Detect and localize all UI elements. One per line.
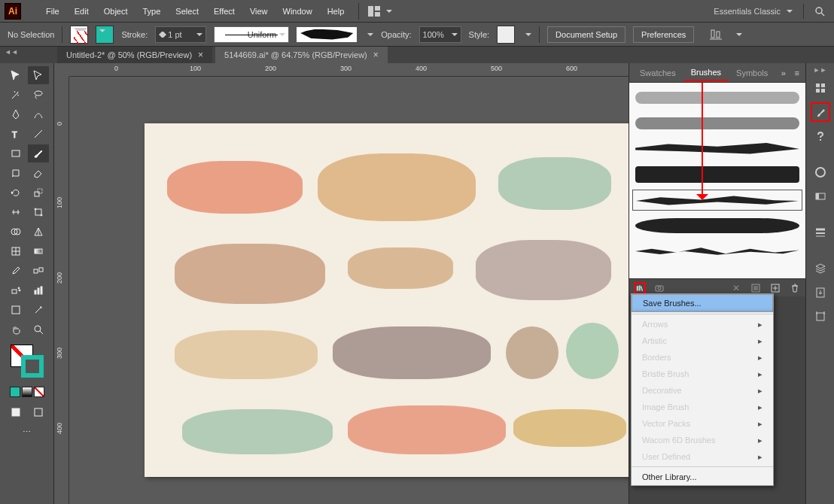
symbol-sprayer-tool[interactable] xyxy=(5,281,26,299)
blend-tool[interactable] xyxy=(28,262,49,280)
none-swatch[interactable] xyxy=(34,387,44,397)
panel-menu-icon[interactable]: ≡ xyxy=(792,68,802,77)
profile-dropdown[interactable]: Uniform xyxy=(214,26,289,43)
brush-stroke-art[interactable] xyxy=(566,323,619,379)
menu-arrows[interactable]: Arrows▸ xyxy=(632,316,773,332)
gradient-swatch[interactable] xyxy=(22,387,32,397)
paintbrush-tool[interactable] xyxy=(28,144,49,162)
align-icon[interactable] xyxy=(706,25,726,44)
canvas-area[interactable]: 0100200300400500600700 0100200300400 xyxy=(54,63,629,504)
menu-effect[interactable]: Effect xyxy=(207,4,242,19)
close-icon[interactable]: × xyxy=(373,50,379,60)
zoom-tool[interactable] xyxy=(28,320,49,339)
brush-stroke-art[interactable] xyxy=(182,409,333,454)
artboard-tool[interactable] xyxy=(5,301,26,319)
line-tool[interactable] xyxy=(28,125,49,143)
lasso-tool[interactable] xyxy=(28,86,49,104)
menu-decorative[interactable]: Decorative▸ xyxy=(632,382,773,399)
menu-object[interactable]: Object xyxy=(97,4,135,19)
screen-mode-toggle[interactable] xyxy=(28,403,49,421)
gradient-tool[interactable] xyxy=(28,242,49,260)
rotate-tool[interactable] xyxy=(5,184,26,202)
panel-collapse-icon[interactable]: ►► xyxy=(814,66,827,74)
preferences-button[interactable]: Preferences xyxy=(633,26,694,43)
stroke-swatch[interactable] xyxy=(96,26,114,44)
tab-symbols[interactable]: Symbols xyxy=(729,65,775,80)
panel-collapse-icon[interactable]: ◄◄ xyxy=(5,48,18,56)
direct-selection-tool[interactable] xyxy=(28,66,49,84)
brushes-panel-icon[interactable] xyxy=(811,102,830,122)
rectangle-tool[interactable] xyxy=(5,144,26,162)
stroke-weight-input[interactable]: 1 pt xyxy=(155,26,206,43)
tab-swatches[interactable]: Swatches xyxy=(632,65,683,80)
style-swatch[interactable] xyxy=(497,26,515,44)
free-transform-tool[interactable] xyxy=(28,203,49,221)
libraries-icon[interactable] xyxy=(653,282,665,294)
screen-mode-normal[interactable] xyxy=(5,403,26,421)
symbols-panel-icon[interactable] xyxy=(811,126,830,146)
menu-window[interactable]: Window xyxy=(276,4,319,19)
brush-libraries-icon[interactable] xyxy=(634,282,646,294)
panel-more-icon[interactable]: » xyxy=(778,68,789,77)
menu-view[interactable]: View xyxy=(243,4,275,19)
brush-item[interactable] xyxy=(632,164,802,185)
search-icon[interactable] xyxy=(810,2,829,21)
stroke-panel-icon[interactable] xyxy=(811,223,830,242)
menu-other-library[interactable]: Other Library... xyxy=(632,469,773,485)
menu-file[interactable]: File xyxy=(39,4,66,19)
tab-untitled[interactable]: Untitled-2* @ 50% (RGB/Preview)× xyxy=(57,47,212,63)
menu-borders[interactable]: Borders▸ xyxy=(632,349,773,366)
menu-bristle-brush[interactable]: Bristle Brush▸ xyxy=(632,366,773,382)
brush-preview[interactable] xyxy=(297,27,357,42)
brush-item-selected[interactable] xyxy=(632,190,802,211)
layers-panel-icon[interactable] xyxy=(811,259,830,278)
selection-tool[interactable] xyxy=(5,66,26,84)
menu-type[interactable]: Type xyxy=(136,4,168,19)
new-brush-icon[interactable] xyxy=(769,282,781,294)
menu-save-brushes[interactable]: Save Brushes... xyxy=(632,295,772,311)
graph-tool[interactable] xyxy=(28,281,49,299)
menu-edit[interactable]: Edit xyxy=(68,4,96,19)
eyedropper-tool[interactable] xyxy=(5,262,26,280)
brush-item[interactable] xyxy=(632,215,802,236)
brush-stroke-art[interactable] xyxy=(175,244,325,304)
workspace-switcher[interactable]: Essentials Classic xyxy=(709,4,797,19)
tab-active-doc[interactable]: 5144669.ai* @ 64.75% (RGB/Preview)× xyxy=(215,47,388,63)
layout-toggle[interactable] xyxy=(358,3,397,20)
options-icon[interactable] xyxy=(750,282,762,294)
brush-item[interactable] xyxy=(632,87,802,108)
brush-stroke-art[interactable] xyxy=(333,326,491,379)
document-setup-button[interactable]: Document Setup xyxy=(547,26,626,43)
eraser-tool[interactable] xyxy=(28,164,49,182)
magic-wand-tool[interactable] xyxy=(5,86,26,104)
close-icon[interactable]: × xyxy=(198,50,203,60)
brush-stroke-art[interactable] xyxy=(318,153,476,221)
slice-tool[interactable] xyxy=(28,301,49,319)
remove-stroke-icon[interactable]: ✕ xyxy=(730,282,742,294)
artboards-panel-icon[interactable] xyxy=(811,307,830,326)
brush-stroke-art[interactable] xyxy=(348,247,453,289)
brush-list[interactable] xyxy=(629,83,805,278)
pen-tool[interactable] xyxy=(5,105,26,123)
brush-stroke-art[interactable] xyxy=(167,161,303,214)
menu-select[interactable]: Select xyxy=(169,4,205,19)
brush-stroke-art[interactable] xyxy=(498,157,611,210)
type-tool[interactable]: T xyxy=(5,125,26,143)
brush-stroke-art[interactable] xyxy=(348,405,506,454)
artboard[interactable] xyxy=(145,123,629,477)
color-panel-icon[interactable] xyxy=(811,162,830,182)
delete-brush-icon[interactable] xyxy=(789,282,801,294)
brush-item[interactable] xyxy=(632,138,802,159)
mesh-tool[interactable] xyxy=(5,242,26,260)
brush-stroke-art[interactable] xyxy=(506,326,559,379)
color-guide-icon[interactable] xyxy=(811,187,830,206)
color-swatch[interactable] xyxy=(10,387,20,397)
properties-icon[interactable] xyxy=(811,78,830,98)
brush-item[interactable] xyxy=(632,241,802,262)
menu-help[interactable]: Help xyxy=(321,4,352,19)
edit-toolbar[interactable]: ⋯ xyxy=(5,423,49,441)
brush-item[interactable] xyxy=(632,113,802,134)
curvature-tool[interactable] xyxy=(28,105,49,123)
brush-stroke-art[interactable] xyxy=(513,409,626,447)
perspective-tool[interactable] xyxy=(28,223,49,241)
